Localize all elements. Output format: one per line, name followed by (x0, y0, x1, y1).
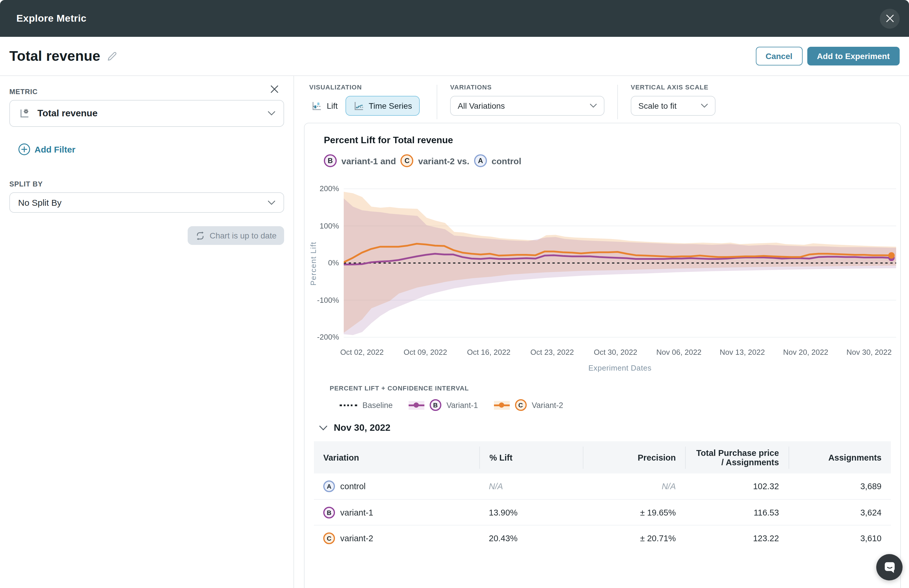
swatch-dot (499, 402, 504, 408)
value-per-assignment-cell: 102.32 (685, 481, 788, 491)
x-axis-title: Experiment Dates (344, 363, 896, 372)
precision-cell: N/A (583, 481, 685, 491)
y-tick-label: 100% (305, 221, 339, 230)
lift-time-series-chart[interactable]: Percent Lift Oct 02, 2022Oct 09, 2022Oct… (344, 185, 896, 358)
variation-cell: Cvariant-2 (314, 532, 480, 544)
controls-divider (617, 85, 618, 119)
variant-badge-C: C (401, 154, 413, 167)
table-row[interactable]: AcontrolN/AN/A102.323,689 (314, 473, 891, 499)
page-title: Total revenue (9, 48, 100, 64)
chevron-down-icon (319, 425, 327, 430)
variation-name: variant-2 (340, 533, 373, 543)
split-by-value: No Split By (18, 197, 61, 207)
legend-item-variant-1: BVariant-1 (408, 399, 478, 411)
column-header: Assignments (788, 446, 891, 468)
axis-scale-group: VERTICAL AXIS SCALE Scale to fit (631, 84, 715, 123)
variations-select[interactable]: All Variations (450, 96, 604, 116)
lift-cell: 13.90% (480, 508, 583, 517)
legend-label: Variant-1 (447, 401, 478, 409)
x-tick-label: Oct 09, 2022 (404, 348, 447, 357)
results-table: Variation% LiftPrecisionTotal Purchase p… (314, 441, 891, 551)
cancel-button[interactable]: Cancel (756, 47, 802, 65)
variant-badge-A: A (474, 154, 487, 167)
variant-badge-B: B (429, 399, 441, 411)
refresh-status-label: Chart is up to date (210, 231, 276, 240)
lift-view-toggle[interactable]: Lift (309, 96, 343, 116)
time-series-toggle-label: Time Series (368, 101, 412, 110)
variations-value: All Variations (458, 101, 505, 110)
column-header: % Lift (480, 446, 583, 468)
close-icon (270, 85, 279, 94)
table-header-row: Variation% LiftPrecisionTotal Purchase p… (314, 441, 891, 473)
legend-title: PERCENT LIFT + CONFIDENCE INTERVAL (330, 384, 900, 392)
time-series-chart-icon (353, 100, 365, 111)
table-row[interactable]: Cvariant-220.43%± 20.71%123.223,610 (314, 525, 891, 551)
x-tick-label: Nov 20, 2022 (783, 348, 828, 357)
controls-divider (437, 85, 437, 119)
column-header: Variation (314, 446, 480, 468)
x-axis-ticks: Oct 02, 2022Oct 09, 2022Oct 16, 2022Oct … (344, 348, 896, 358)
edit-pencil-icon[interactable] (105, 50, 118, 62)
add-filter-button[interactable]: Add Filter (18, 143, 284, 155)
axis-scale-select[interactable]: Scale to fit (631, 96, 715, 116)
assignments-cell: 3,689 (788, 481, 891, 491)
baseline-swatch-icon (340, 404, 357, 406)
precision-cell: ± 19.65% (583, 508, 685, 517)
chart-panel: VISUALIZATION Lift (294, 76, 909, 588)
modal-close-button[interactable] (880, 8, 900, 28)
chart-card: Percent Lift for Total revenue Bvariant-… (304, 123, 901, 588)
date-detail-title: Nov 30, 2022 (334, 423, 391, 433)
subtitle-text: variant-2 vs. (418, 156, 470, 166)
chevron-down-icon (268, 200, 275, 205)
support-chat-button[interactable] (876, 554, 903, 580)
add-filter-label: Add Filter (34, 144, 76, 154)
chart-refresh-status-button[interactable]: Chart is up to date (187, 226, 284, 245)
y-tick-label: -200% (305, 333, 339, 341)
chart-title: Percent Lift for Total revenue (324, 135, 900, 145)
assignments-cell: 3,624 (788, 508, 891, 517)
metric-section-label: METRIC (9, 88, 284, 96)
visualization-group: VISUALIZATION Lift (309, 84, 424, 123)
chevron-down-icon (590, 103, 597, 108)
y-tick-label: 200% (305, 184, 339, 193)
value-per-assignment-cell: 123.22 (685, 533, 788, 543)
chat-icon (882, 560, 897, 575)
x-tick-label: Nov 13, 2022 (720, 348, 765, 357)
plot-svg (344, 185, 896, 342)
x-tick-label: Oct 16, 2022 (467, 348, 510, 357)
title-actions: Cancel Add to Experiment (756, 47, 900, 65)
y-tick-label: -100% (305, 296, 339, 304)
variant-badge-A: A (323, 480, 335, 492)
series-swatch-icon (494, 401, 509, 409)
x-tick-label: Oct 30, 2022 (594, 348, 637, 357)
column-header: Total Purchase price/ Assignments (685, 446, 788, 468)
x-tick-label: Oct 02, 2022 (340, 348, 384, 357)
visualization-label: VISUALIZATION (309, 84, 424, 90)
time-series-view-toggle[interactable]: Time Series (345, 96, 420, 116)
variant-badge-C: C (515, 399, 526, 411)
x-tick-label: Nov 06, 2022 (656, 348, 701, 357)
plus-circle-icon (18, 143, 31, 155)
chevron-down-icon (701, 103, 708, 108)
variation-name: control (340, 481, 366, 491)
split-by-select[interactable]: No Split By (9, 192, 284, 213)
variations-group: VARIATIONS All Variations (450, 84, 604, 123)
explore-metric-modal: Explore Metric Total revenue Cancel Add … (0, 0, 909, 588)
variant-badge-B: B (323, 506, 335, 518)
modal-header: Explore Metric (0, 0, 909, 37)
table-row[interactable]: Bvariant-113.90%± 19.65%116.533,624 (314, 499, 891, 525)
chart-legend: BaselineBVariant-1CVariant-2 (340, 399, 900, 411)
date-detail-toggle[interactable]: Nov 30, 2022 (319, 423, 900, 433)
refresh-icon (195, 231, 205, 241)
modal-title: Explore Metric (16, 13, 87, 24)
axis-scale-label: VERTICAL AXIS SCALE (631, 84, 715, 90)
modal-body: METRIC Total revenue (0, 76, 909, 588)
lift-cell: N/A (480, 481, 583, 491)
metric-select[interactable]: Total revenue (9, 100, 284, 127)
add-to-experiment-button[interactable]: Add to Experiment (807, 47, 900, 65)
split-by-section-label: SPLIT BY (9, 180, 284, 188)
series-swatch-icon (408, 401, 425, 409)
sidebar-close-button[interactable] (270, 85, 279, 94)
chart-subtitle: Bvariant-1 andCvariant-2 vs.Acontrol (324, 154, 900, 167)
chart-controls-row: VISUALIZATION Lift (294, 76, 909, 123)
